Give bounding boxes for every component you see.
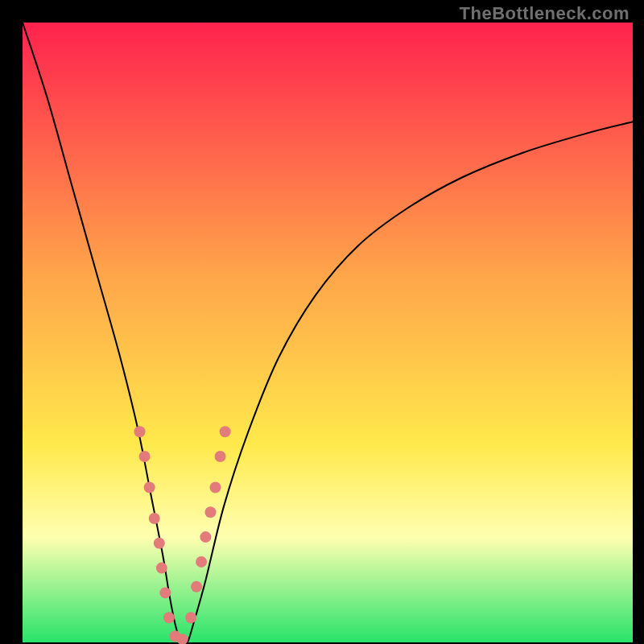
- bottleneck-chart: TheBottleneck.com: [0, 0, 644, 644]
- data-dot: [215, 451, 226, 462]
- data-dot: [220, 426, 231, 437]
- data-dot: [191, 581, 202, 592]
- data-dot: [159, 587, 171, 598]
- data-dot: [154, 538, 165, 549]
- curve-layer: [0, 0, 644, 644]
- bottleneck-curve: [23, 23, 633, 644]
- data-dot: [144, 482, 155, 493]
- data-dot: [196, 556, 207, 568]
- data-dot: [156, 563, 167, 574]
- data-dot: [185, 612, 196, 623]
- watermark-text: TheBottleneck.com: [460, 3, 630, 24]
- data-dot: [204, 506, 216, 518]
- data-dot: [163, 612, 175, 623]
- data-dot: [149, 513, 160, 524]
- data-dot: [139, 451, 151, 462]
- data-dot: [210, 482, 221, 493]
- data-dot: [200, 531, 211, 543]
- data-dot: [134, 426, 146, 437]
